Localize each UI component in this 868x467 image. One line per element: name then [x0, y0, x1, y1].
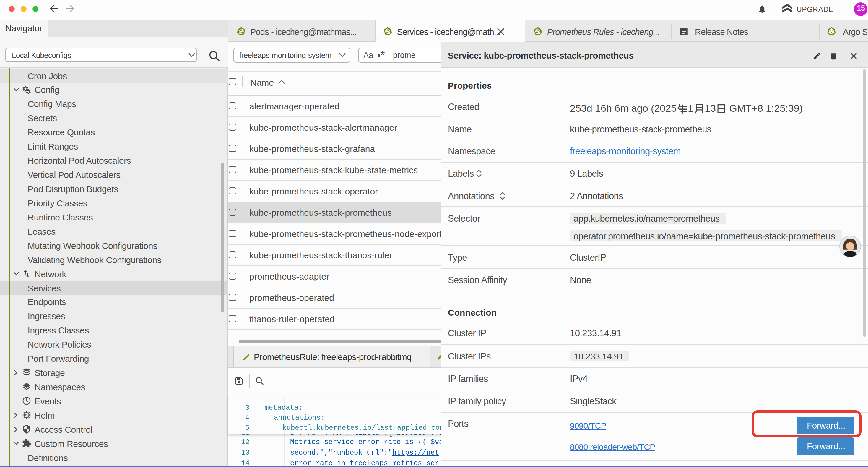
svg-text:HELM: HELM — [24, 414, 30, 416]
